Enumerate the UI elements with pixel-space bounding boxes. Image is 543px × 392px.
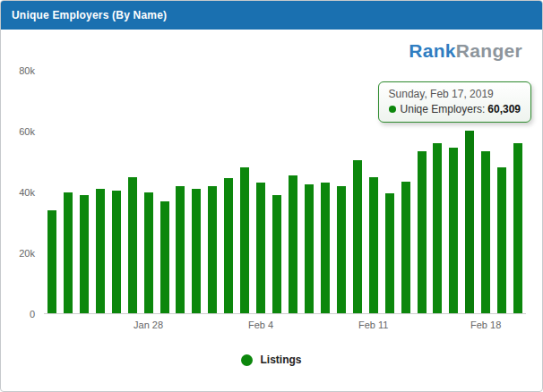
bar[interactable] xyxy=(289,175,297,313)
bar[interactable] xyxy=(497,167,506,313)
x-axis-tick-label: Feb 11 xyxy=(358,320,388,330)
bar-slot xyxy=(269,71,285,313)
bar-slot xyxy=(301,71,317,313)
bar[interactable] xyxy=(64,192,73,314)
bar[interactable] xyxy=(513,143,522,313)
legend-label: Listings xyxy=(260,354,301,366)
bar-slot xyxy=(157,71,173,313)
tooltip-date: Sunday, Feb 17, 2019 xyxy=(389,88,521,100)
bar-slot xyxy=(237,71,253,313)
y-axis-tick-label: 20k xyxy=(19,248,35,259)
bar[interactable] xyxy=(401,182,410,313)
chart-area: 020k40k60k80k Sunday, Feb 17, 2019 Uniqe… xyxy=(44,71,526,314)
rankranger-logo: RankRanger xyxy=(409,40,522,62)
logo-ranger-text: Ranger xyxy=(456,40,522,61)
tooltip-value: 60,309 xyxy=(487,103,521,115)
bar-slot xyxy=(188,71,204,313)
x-axis-tick-label: Feb 18 xyxy=(470,320,501,330)
y-axis-tick-label: 0 xyxy=(30,309,35,320)
x-axis-tick-label: Jan 28 xyxy=(134,320,163,330)
y-axis: 020k40k60k80k xyxy=(6,71,44,314)
bar[interactable] xyxy=(176,186,185,313)
bar[interactable] xyxy=(385,193,394,313)
bar-slot xyxy=(60,71,76,313)
bar-highlighted[interactable] xyxy=(465,131,474,313)
bar-slot xyxy=(173,71,189,313)
bar[interactable] xyxy=(144,192,153,314)
bar-slot xyxy=(253,71,269,313)
chart-panel: Unique Employers (By Name) RankRanger 02… xyxy=(0,0,543,392)
bar[interactable] xyxy=(208,186,217,313)
tooltip-row: Uniqe Employers:60,309 xyxy=(389,103,521,115)
bar[interactable] xyxy=(192,189,201,313)
tooltip: Sunday, Feb 17, 2019 Uniqe Employers:60,… xyxy=(378,81,531,123)
bar[interactable] xyxy=(160,201,169,313)
bar[interactable] xyxy=(321,183,330,313)
bar[interactable] xyxy=(224,178,233,313)
panel-title: Unique Employers (By Name) xyxy=(1,1,542,30)
bar[interactable] xyxy=(272,195,281,313)
bar[interactable] xyxy=(240,167,249,313)
x-axis: Jan 28Feb 4Feb 11Feb 18 xyxy=(44,314,526,334)
bar-slot xyxy=(44,71,60,313)
bar-slot xyxy=(76,71,92,313)
bar[interactable] xyxy=(96,189,105,313)
x-axis-tick-label: Feb 4 xyxy=(248,320,273,330)
bar-slot xyxy=(204,71,220,313)
bar[interactable] xyxy=(433,143,442,313)
bar-slot xyxy=(349,71,366,313)
bar-slot xyxy=(220,71,237,313)
bar[interactable] xyxy=(305,184,314,313)
legend[interactable]: Listings xyxy=(1,354,542,366)
bar[interactable] xyxy=(256,183,265,313)
series-dot-icon xyxy=(389,106,396,113)
bar-slot xyxy=(92,71,108,313)
bar[interactable] xyxy=(112,191,121,313)
legend-dot-icon xyxy=(241,354,253,366)
bar-slot xyxy=(141,71,157,313)
bar[interactable] xyxy=(47,210,56,313)
tooltip-label: Uniqe Employers: xyxy=(401,103,486,115)
y-axis-tick-label: 60k xyxy=(19,126,35,137)
bar[interactable] xyxy=(337,186,346,313)
bar[interactable] xyxy=(80,195,89,313)
bar-slot xyxy=(125,71,141,313)
y-axis-tick-label: 40k xyxy=(19,187,35,198)
bar-slot xyxy=(333,71,349,313)
bar-slot xyxy=(317,71,333,313)
bar[interactable] xyxy=(353,160,362,313)
bar[interactable] xyxy=(449,148,458,313)
logo-rank-text: Rank xyxy=(409,40,456,61)
bar-slot xyxy=(285,71,301,313)
bar[interactable] xyxy=(418,151,427,313)
y-axis-tick-label: 80k xyxy=(19,65,35,76)
bar[interactable] xyxy=(369,177,378,313)
bar[interactable] xyxy=(128,177,137,313)
bar[interactable] xyxy=(481,151,490,313)
bar-slot xyxy=(108,71,125,313)
